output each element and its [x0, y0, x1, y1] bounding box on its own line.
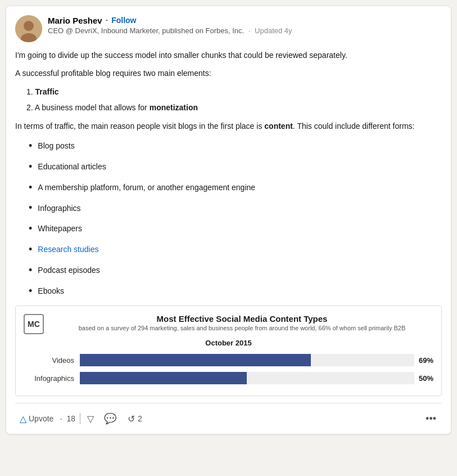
- upvote-label: Upvote: [29, 414, 53, 423]
- paragraph-2: A successful profitable blog requires tw…: [15, 67, 442, 79]
- list-item: 1. Traffic: [26, 86, 442, 98]
- repost-button[interactable]: ↺ 2: [122, 410, 148, 428]
- separator-dot: ·: [106, 15, 108, 25]
- upvote-button[interactable]: △ Upvote: [15, 410, 58, 428]
- chart-title: Most Effective Social Media Content Type…: [51, 314, 433, 324]
- research-studies-link[interactable]: Research studies: [38, 243, 98, 255]
- bar-pct-infographics: 50%: [419, 374, 433, 383]
- author-meta: CEO @ DevriX, Inbound Marketer, publishe…: [48, 26, 292, 35]
- dot-separator: ·: [248, 26, 251, 35]
- separator-dot-footer: ·: [60, 413, 62, 425]
- numbered-list: 1. Traffic 2. A business model that allo…: [15, 86, 442, 114]
- list-item: Infographics: [29, 200, 442, 216]
- post-card: Mario Peshev · Follow CEO @ DevriX, Inbo…: [6, 6, 451, 434]
- bar-track-videos: [80, 354, 414, 366]
- bar-label-videos: Videos: [24, 356, 74, 365]
- post-content: I'm going to divide up the success model…: [15, 49, 442, 299]
- list-item: Educational articles: [29, 159, 442, 175]
- bar-row-infographics: Infographics 50%: [24, 372, 433, 384]
- post-footer: △ Upvote · 18 ▽ 💬 ↺ 2 •••: [15, 403, 442, 434]
- chart-header: MC Most Effective Social Media Content T…: [24, 314, 433, 334]
- avatar: [15, 15, 42, 42]
- author-info: Mario Peshev · Follow CEO @ DevriX, Inbo…: [48, 15, 292, 35]
- mc-logo: MC: [24, 314, 44, 334]
- bar-fill-infographics: [80, 372, 247, 384]
- more-button[interactable]: •••: [420, 410, 442, 428]
- list-item: Blog posts: [29, 138, 442, 154]
- author-title: CEO @ DevriX, Inbound Marketer, publishe…: [48, 26, 244, 35]
- paragraph-1: I'm going to divide up the success model…: [15, 49, 442, 61]
- chart-subtitle: based on a survey of 294 marketing, sale…: [51, 325, 433, 331]
- upvote-count: 18: [66, 414, 75, 423]
- comment-button[interactable]: 💬: [98, 409, 122, 428]
- paragraph-3: In terms of traffic, the main reason peo…: [15, 120, 442, 132]
- bar-pct-videos: 69%: [419, 356, 433, 365]
- upvote-section: △ Upvote · 18 ▽: [15, 410, 98, 428]
- downvote-icon: ▽: [87, 414, 94, 424]
- follow-button[interactable]: Follow: [111, 16, 136, 25]
- list-item: Research studies: [29, 241, 442, 258]
- chart-title-block: Most Effective Social Media Content Type…: [51, 314, 433, 331]
- bar-fill-videos: [80, 354, 311, 366]
- repost-icon: ↺: [128, 414, 135, 424]
- downvote-button[interactable]: ▽: [83, 410, 98, 428]
- traffic-label: Traffic: [35, 87, 59, 96]
- bar-track-infographics: [80, 372, 414, 384]
- repost-count: 2: [138, 414, 142, 423]
- list-item: Whitepapers: [29, 221, 442, 237]
- upvote-icon: △: [20, 414, 26, 424]
- list-item: Podcast episodes: [29, 262, 442, 279]
- chart-date: October 2015: [24, 339, 433, 347]
- bar-label-infographics: Infographics: [24, 374, 74, 383]
- author-name: Mario Peshev: [48, 16, 102, 25]
- updated-time: Updated 4y: [255, 26, 292, 35]
- bullet-list: Blog posts Educational articles A member…: [15, 138, 442, 299]
- bar-row-videos: Videos 69%: [24, 354, 433, 366]
- content-bold: content: [264, 122, 293, 131]
- monetization-label: monetization: [150, 103, 198, 112]
- svg-point-1: [24, 21, 34, 31]
- list-item: 2. A business model that allows for mone…: [26, 101, 442, 114]
- list-item: A membership platform, forum, or another…: [29, 179, 442, 196]
- divider: [80, 413, 80, 424]
- chart-container: MC Most Effective Social Media Content T…: [15, 306, 442, 396]
- list-item: Ebooks: [29, 283, 442, 299]
- post-header: Mario Peshev · Follow CEO @ DevriX, Inbo…: [15, 15, 442, 42]
- comment-icon: 💬: [104, 412, 116, 425]
